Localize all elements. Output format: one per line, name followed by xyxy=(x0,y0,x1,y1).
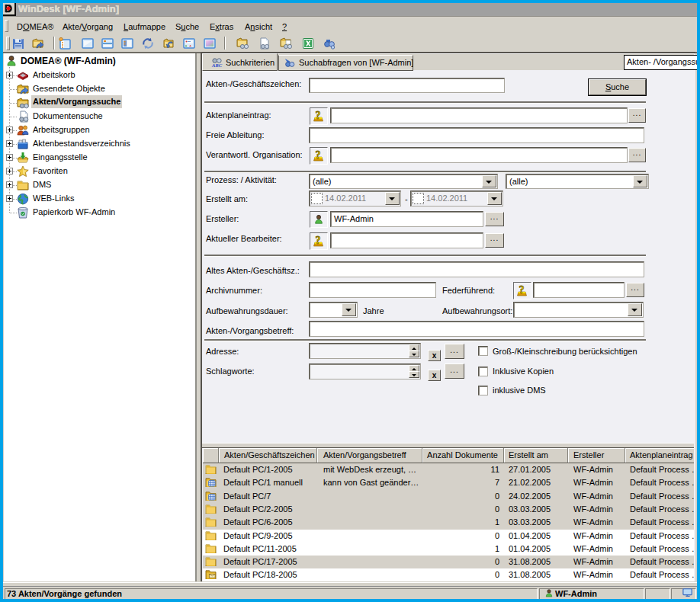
svg-text:ABC: ABC xyxy=(211,62,223,68)
svg-text:?: ? xyxy=(316,149,321,161)
svg-text:?: ? xyxy=(519,284,525,296)
svg-text:?: ? xyxy=(316,235,321,246)
svg-text:?: ? xyxy=(316,110,321,121)
